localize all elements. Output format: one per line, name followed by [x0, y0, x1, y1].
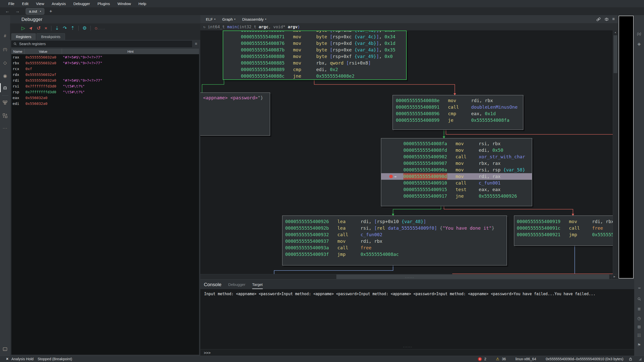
instruction-row[interactable]: 000055555540088emovrdi, rbx [393, 97, 523, 104]
registers-header[interactable]: Name Value Hint [11, 49, 199, 54]
graph-block-len-check[interactable]: 000055555540088emovrdi, rbx0000555555400… [393, 95, 523, 130]
splitter-grip[interactable]: ······ [97, 27, 106, 31]
warnings-count[interactable]: 36 [502, 357, 506, 361]
tab-console[interactable]: Console [204, 282, 221, 289]
instruction-row[interactable]: 000055555540093acallfree [282, 245, 507, 251]
col-name[interactable]: Name [11, 49, 24, 54]
errors-icon[interactable]: × [478, 357, 482, 361]
hscroll-thumb[interactable] [336, 275, 609, 279]
instruction-row[interactable]: 0000555555400876movbyte [rsp+0xd {var_4b… [223, 40, 406, 47]
register-row-eax[interactable]: eax0x556032a0 [11, 95, 199, 101]
menu-plugins[interactable]: Plugins [94, 0, 114, 7]
refresh-icon[interactable]: ↻ [203, 25, 205, 29]
resize-grip[interactable] [639, 358, 641, 360]
graph-block-usage-string[interactable]: <appname> <password>"} [200, 93, 270, 136]
instruction-row[interactable]: 0000555555400871movbyte [rsp+0xc {var_4c… [223, 34, 406, 40]
instruction-row[interactable]: 000055555540090amovrsi, rsp {var_58} [381, 167, 532, 173]
instruction-row[interactable]: 0000555555400907movrbx, rax [381, 160, 532, 167]
instruction-row[interactable]: 000055555540088cjne0x5555554008e2 [223, 73, 406, 79]
tab-registers[interactable]: Registers [11, 33, 36, 40]
continue-button[interactable]: ▷ [21, 26, 25, 31]
instruction-row[interactable]: 000055555540087bmovbyte [rsp+0xe {var_4a… [223, 47, 406, 53]
console-output[interactable]: Input method: <appname> <password>Input … [200, 289, 634, 346]
breakpoint-dot[interactable] [389, 175, 393, 178]
graph-vscrollbar[interactable]: ▲ [613, 30, 618, 274]
strings-list-icon[interactable]: ≣ [634, 305, 644, 313]
view-graph-dropdown[interactable]: Graph▾ [222, 17, 235, 21]
register-row-rax[interactable]: rax0x5555556032a0"#?=5#$\"9>7<?>77" [11, 54, 199, 60]
instruction-row[interactable]: 0000555555400937movrdi, rbx [282, 238, 507, 245]
back-button[interactable]: ← [5, 9, 10, 14]
view-disassembly-dropdown[interactable]: Disassembly▾ [242, 17, 266, 21]
more-icon[interactable]: ··· [0, 124, 10, 133]
instruction-row[interactable]: 0000555555400932callc_fun002 [282, 231, 507, 238]
prompt-splitter-grip[interactable]: ······ [403, 345, 412, 349]
instruction-row[interactable]: 0000555555400921jmp0x5555554008ac [514, 231, 613, 238]
instruction-row[interactable]: 0000555555400915testeax, eax [381, 186, 532, 193]
col-value[interactable]: Value [24, 49, 62, 54]
report-flag-icon[interactable]: ⚑ [634, 341, 644, 349]
step-into-button[interactable]: ⇣ [55, 26, 59, 31]
new-tab-button[interactable]: + [49, 9, 52, 14]
instruction-row[interactable]: 0000555555400889cmpedi, 0x2 [223, 66, 406, 73]
debug-icon[interactable] [0, 83, 10, 92]
segments-icon[interactable]: ☷ [634, 331, 644, 339]
menu-edit[interactable]: Edit [18, 0, 32, 7]
instruction-row[interactable]: 00005555554008fdmovedi, 0x50 [381, 147, 532, 154]
instruction-row[interactable]: 000055555540086cmovbyte [rsp+0xb {var_4d… [223, 31, 406, 34]
graph-block-success[interactable]: 0000555555400926leardi, [rsp+0x10 {var_4… [282, 216, 507, 265]
instruction-row[interactable]: 0000555555400902callxor_str_with_char [381, 154, 532, 160]
panel-menu-icon[interactable]: ≡ [612, 17, 615, 22]
functions-hierarchy-icon[interactable] [0, 98, 10, 107]
history-icon[interactable]: ◷ [634, 314, 644, 322]
tab-debugger[interactable]: Debugger [228, 282, 245, 289]
console-splitter-grip[interactable]: ······ [405, 276, 414, 279]
col-hint[interactable]: Hint [62, 49, 199, 54]
start-debug-button[interactable]: ➤ [28, 25, 34, 31]
scroll-right-icon[interactable]: ▶ [611, 274, 617, 279]
instruction-row[interactable]: 0000555555400896cmpeax, 0x1d [393, 110, 523, 117]
menu-help[interactable]: Help [135, 0, 150, 7]
instruction-row[interactable]: 00005555554008famovrsi, rbx [381, 140, 532, 147]
dashboard-icon[interactable]: # [0, 32, 10, 40]
instruction-row[interactable]: 0000555555400910callc_fun001 [381, 180, 532, 186]
transform-icon[interactable] [0, 111, 10, 120]
sync-link-icon[interactable] [596, 17, 601, 22]
register-row-rcx[interactable]: rcx0xf [11, 66, 199, 72]
stop-button[interactable]: × [44, 26, 47, 31]
console-prompt[interactable]: >>> [200, 349, 634, 356]
register-row-rdi[interactable]: rdi0x5555556032a0"#?=5#$\"9>7<?>77" [11, 77, 199, 83]
menu-debugger[interactable]: Debugger [70, 0, 94, 7]
search-options-icon[interactable]: ≡ [193, 42, 199, 46]
variables-icon[interactable]: (x) [634, 30, 644, 38]
menu-file[interactable]: File [5, 0, 18, 7]
register-row-rbx[interactable]: rbx0x5555556032a0"#?=5#$\"9>7<?>77" [11, 60, 199, 66]
restart-button[interactable]: ↺ [37, 26, 41, 31]
instruction-row[interactable]: 0000555555400891calldoubleLenMinusOne [393, 104, 523, 110]
instruction-row[interactable]: <appname> <password>"} [200, 95, 270, 101]
forward-button[interactable]: → [15, 9, 20, 14]
register-row-rdx[interactable]: rdx0x5555556032af [11, 72, 199, 77]
comments-icon[interactable]: ”” [634, 285, 644, 293]
tag-icon[interactable]: ◇ [0, 58, 10, 67]
register-row-edi[interactable]: edi0x556032a0 [11, 101, 199, 106]
tab-breakpoints[interactable]: Breakpoints [37, 33, 65, 40]
scroll-up-icon[interactable]: ▲ [613, 30, 618, 35]
register-row-rsi[interactable]: rsi0x7fffffffd3d0"\t5#\t?%" [11, 83, 199, 89]
search-icon[interactable] [634, 295, 644, 303]
terminal-icon[interactable] [0, 345, 10, 353]
graph-viewport[interactable]: 000055555540086cmovbyte [rsp+0xb {var_4d… [200, 30, 613, 274]
tab-modified-dot[interactable]: ● [40, 10, 41, 12]
instruction-row[interactable]: 000055555540093fjmp0x5555554008ac [282, 251, 507, 258]
instruction-row[interactable]: 0000555555400880movbyte [rsp+0xf {var_49… [223, 53, 406, 60]
warnings-icon[interactable]: ⚠ [496, 357, 499, 361]
register-row-rsp[interactable]: rsp0x7fffffffd3d0"\t5#\t?%" [11, 89, 199, 95]
overview-toggle-icon[interactable] [604, 17, 609, 22]
instruction-row[interactable]: 000055555540092blearsi, [rel data_555555… [282, 225, 507, 231]
debug-settings-button[interactable]: ⚙ [82, 26, 87, 31]
view-elf-dropdown[interactable]: ELF▾ [206, 17, 215, 21]
step-over-button[interactable]: ↷ [63, 26, 67, 31]
stack-layers-icon[interactable]: ◈ [634, 40, 644, 48]
close-tasks-icon[interactable]: × [6, 357, 8, 361]
instruction-row[interactable]: 000055555540091ccallfree [514, 225, 613, 231]
